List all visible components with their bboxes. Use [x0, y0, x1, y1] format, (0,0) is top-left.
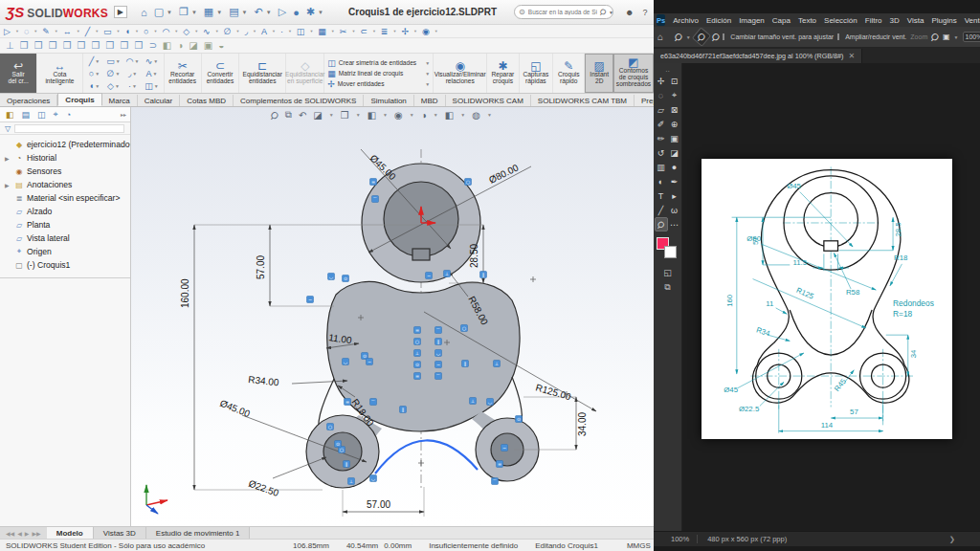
- home-icon[interactable]: ⌂: [141, 7, 147, 18]
- display-relations-icon[interactable]: ◉: [422, 27, 430, 36]
- slot-icon[interactable]: ◖: [89, 81, 94, 91]
- move-entities-button[interactable]: ✢ Mover entidades▼: [327, 79, 430, 89]
- shaded-contours-button[interactable]: ◩ Contornos de croquis sombreados: [613, 54, 654, 93]
- circle-icon[interactable]: ○: [144, 27, 148, 36]
- normal-to-icon[interactable]: ⊥: [6, 40, 14, 51]
- brush-tool[interactable]: ✏: [655, 131, 668, 145]
- crop-tool[interactable]: ▱: [655, 102, 668, 117]
- line-icon[interactable]: ╱: [85, 27, 90, 36]
- section-view-icon[interactable]: ◪: [313, 110, 322, 121]
- offset-entities-button[interactable]: ⊏ Equidistanciar entidades: [239, 54, 286, 93]
- ps-menu-archivo[interactable]: Archivo: [669, 16, 702, 25]
- mirror-icon[interactable]: ◫: [297, 27, 305, 36]
- quick-mask-icon[interactable]: ◱: [663, 268, 672, 277]
- linear-pattern-button[interactable]: ▦ Matriz lineal de croquis▼: [327, 69, 430, 78]
- trim-icon[interactable]: ✂: [340, 27, 347, 36]
- zoom-out-icon[interactable]: Ϙ: [709, 31, 722, 43]
- traffic-light-icon[interactable]: ●: [293, 7, 300, 18]
- tree-item-origen[interactable]: ⌖Origen: [2, 245, 130, 258]
- eyedropper-tool[interactable]: ✐: [655, 117, 668, 131]
- view-cube-2-icon[interactable]: ❒: [34, 40, 43, 51]
- circle-icon[interactable]: ○: [89, 69, 94, 78]
- tree-item--croquis1[interactable]: ▢(-) Croquis1: [2, 258, 130, 272]
- doc-tab-estudio-de-movimiento-1[interactable]: Estudio de movimiento 1: [146, 527, 251, 539]
- clone-stamp-tool[interactable]: ▣: [668, 131, 681, 145]
- offset-icon[interactable]: ≣: [381, 27, 389, 36]
- shadows-icon[interactable]: ◒: [218, 40, 224, 51]
- edit-appearance-icon[interactable]: ◑: [177, 40, 183, 51]
- slot-icon[interactable]: ◖: [125, 27, 130, 36]
- selected-arc[interactable]: [375, 440, 478, 474]
- new-document-icon[interactable]: ▢: [154, 6, 164, 18]
- exit-sketch-button[interactable]: ↩ Salir del cr...: [0, 54, 37, 93]
- view-cube-7-icon[interactable]: ❒: [106, 40, 115, 51]
- repair-sketch-button[interactable]: ✱ Reparar croquis: [487, 54, 519, 93]
- select-icon[interactable]: ▷: [4, 27, 11, 36]
- eraser-tool[interactable]: ◪: [668, 145, 681, 160]
- arc-icon[interactable]: ◠: [162, 27, 169, 36]
- tree-item-sensores[interactable]: ◉Sensores: [2, 165, 130, 178]
- ps-menu-imagen[interactable]: Imagen: [735, 16, 768, 25]
- line-icon[interactable]: ╱: [89, 56, 94, 66]
- gradient-tool[interactable]: ▥: [655, 160, 668, 174]
- section-view-icon[interactable]: ◪: [189, 40, 197, 51]
- tree-item-material-sin-especificar-[interactable]: ≣Material <sin especificar>: [2, 191, 130, 205]
- zoom-to-area-icon[interactable]: ⧉: [285, 109, 292, 121]
- text-icon[interactable]: A: [146, 69, 152, 78]
- ps-menu-capa[interactable]: Capa: [768, 16, 794, 25]
- rectangle-icon[interactable]: ▭: [103, 27, 112, 36]
- display-style-icon[interactable]: ◧: [368, 110, 376, 121]
- search-caret-icon[interactable]: ▼: [609, 10, 613, 15]
- units-selector[interactable]: MMGS: [627, 541, 651, 550]
- ribbon-tab-solidworks-cam[interactable]: SOLIDWORKS CAM: [446, 95, 531, 106]
- tab-scroll-buttons[interactable]: ◀◀◀▶▶▶: [0, 527, 47, 539]
- lasso-icon[interactable]: ◌: [24, 27, 29, 36]
- ribbon-tab-complementos-de-solidworks[interactable]: Complementos de SOLIDWORKS: [234, 95, 364, 106]
- polygon-icon[interactable]: ◇: [107, 81, 114, 91]
- type-tool[interactable]: T: [655, 188, 668, 203]
- resize-windows-checkbox[interactable]: [723, 33, 724, 40]
- panel-overflow-icon[interactable]: ▸▸: [121, 111, 126, 118]
- healing-brush-tool[interactable]: ⊕: [668, 117, 681, 131]
- status-zoom[interactable]: 100%: [671, 535, 698, 543]
- doc-tab-modelo[interactable]: Modelo: [47, 527, 94, 539]
- zoom-tool[interactable]: Ϙ: [655, 217, 668, 231]
- ribbon-tab-operaciones[interactable]: Operaciones: [0, 95, 57, 106]
- tree-item-alzado[interactable]: ▱Alzado: [2, 205, 130, 218]
- search-input[interactable]: [528, 9, 597, 15]
- ribbon-tab-mbd[interactable]: MBD: [414, 95, 446, 106]
- panel-icon[interactable]: ▣: [943, 33, 950, 41]
- fillet-icon[interactable]: ◞: [244, 27, 248, 36]
- point-icon[interactable]: ·: [280, 27, 283, 36]
- object-selection-tool[interactable]: ⌖: [668, 88, 681, 102]
- ribbon-tab-cotas-mbd[interactable]: Cotas MBD: [180, 95, 234, 106]
- search-icon[interactable]: Ϙ: [598, 7, 609, 17]
- history-brush-tool[interactable]: ↺: [655, 145, 668, 160]
- undo-icon[interactable]: ↶: [255, 6, 263, 18]
- menu-flyout-icon[interactable]: ▶: [114, 6, 127, 18]
- edit-appearance-icon[interactable]: ◑: [421, 110, 427, 121]
- ps-menu-vista[interactable]: Vista: [903, 16, 928, 25]
- options-icon[interactable]: ✱: [306, 6, 315, 18]
- instant-2d-button[interactable]: ▨ Instant 2D: [585, 54, 613, 93]
- save-icon[interactable]: ▦: [204, 6, 213, 18]
- line-tool[interactable]: ╱: [655, 203, 668, 217]
- ribbon-tab-simulation[interactable]: Simulation: [364, 95, 413, 106]
- arc-icon[interactable]: ◠: [126, 56, 134, 66]
- surface-offset-button[interactable]: ◇ Equidistanciar en superficie: [286, 54, 324, 93]
- features-icon[interactable]: ◧: [6, 110, 14, 120]
- tree-item-vista-lateral[interactable]: ▱Vista lateral: [2, 231, 130, 245]
- hide-show-items-icon[interactable]: ◉: [394, 110, 403, 121]
- select-icon[interactable]: ▷: [278, 6, 286, 18]
- zoom-percent-field[interactable]: 100%: [963, 32, 980, 42]
- tree-item-root[interactable]: ◆ejercicio12 (Predeterminado<<P...: [2, 138, 130, 151]
- ps-menu-edici-n[interactable]: Edición: [702, 16, 735, 25]
- graphics-area[interactable]: Ϙ⧉↶◪▼❒▼◧▼◉▼◑▼◧▼◍▼: [131, 107, 654, 526]
- fillet-icon[interactable]: ◞: [128, 69, 132, 78]
- doc-tab-vistas-3d[interactable]: Vistas 3D: [94, 527, 146, 539]
- trim-entities-button[interactable]: ✂ Recortar entidades: [165, 54, 202, 93]
- configurations-icon[interactable]: ◫: [37, 110, 46, 120]
- ribbon-tab-solidworks-cam-tbm[interactable]: SOLIDWORKS CAM TBM: [531, 95, 635, 106]
- help-search[interactable]: ⊙ Ϙ ▼: [514, 5, 613, 19]
- zoom-tool-icon[interactable]: Ϙ: [672, 31, 684, 43]
